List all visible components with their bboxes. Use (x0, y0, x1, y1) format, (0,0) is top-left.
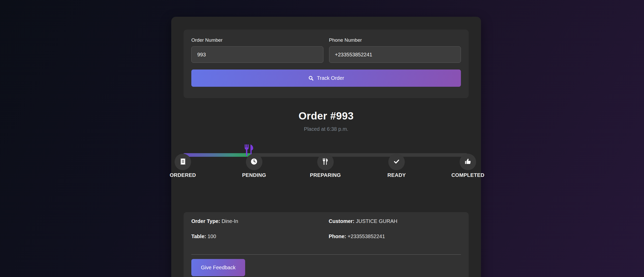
station-completed: COMPLETED (460, 154, 476, 178)
details-divider (191, 254, 461, 255)
phone-value: +233553852241 (348, 233, 385, 239)
order-tracking-panel: Order Number Phone Number Track Order Or… (171, 17, 481, 277)
station-label-ready: READY (388, 172, 406, 178)
order-progress-tracker: ORDERED PENDING (175, 144, 476, 180)
order-number-label: Order Number (191, 37, 323, 43)
phone-number-field-group: Phone Number (329, 37, 461, 63)
utensils-icon (322, 158, 329, 166)
customer-label: Customer: (329, 218, 355, 224)
check-icon (393, 158, 400, 166)
track-order-button[interactable]: Track Order (191, 70, 461, 87)
order-placed-time: Placed at 6:38 p.m. (171, 126, 481, 132)
phone-number-label: Phone Number (329, 37, 461, 43)
station-label-ordered: ORDERED (170, 172, 196, 178)
order-number-input[interactable] (191, 46, 323, 63)
track-order-form: Order Number Phone Number Track Order (184, 30, 469, 98)
order-number-field-group: Order Number (191, 37, 323, 63)
station-ready: READY (388, 154, 405, 178)
station-preparing: PREPARING (317, 154, 334, 178)
order-type-value: Dine-In (221, 218, 238, 224)
station-pending: PENDING (246, 154, 262, 178)
phone-number-input[interactable] (329, 46, 461, 63)
tracker-stations: ORDERED PENDING (175, 154, 476, 178)
order-details-card: Order Type: Dine-In Customer: JUSTICE GU… (184, 212, 469, 277)
order-type-label: Order Type: (191, 218, 220, 224)
order-type-row: Order Type: Dine-In (191, 218, 324, 224)
phone-label: Phone: (329, 233, 346, 239)
customer-row: Customer: JUSTICE GURAH (329, 218, 461, 224)
give-feedback-button[interactable]: Give Feedback (191, 259, 245, 276)
clock-icon (251, 158, 257, 166)
search-icon (308, 75, 314, 81)
table-label: Table: (191, 233, 206, 239)
station-label-preparing: PREPARING (310, 172, 341, 178)
station-label-completed: COMPLETED (451, 172, 484, 178)
table-value: 100 (208, 233, 216, 239)
table-row: Table: 100 (191, 233, 324, 239)
station-ordered: ORDERED (175, 154, 191, 178)
order-title: Order #993 (171, 110, 481, 122)
receipt-icon (180, 158, 186, 166)
give-feedback-button-label: Give Feedback (201, 265, 236, 271)
track-order-button-label: Track Order (317, 75, 344, 81)
station-label-pending: PENDING (242, 172, 266, 178)
order-heading: Order #993 Placed at 6:38 p.m. (171, 110, 481, 132)
customer-value: JUSTICE GURAH (356, 218, 397, 224)
thumbs-up-icon (465, 158, 471, 166)
phone-row: Phone: +233553852241 (329, 233, 461, 239)
